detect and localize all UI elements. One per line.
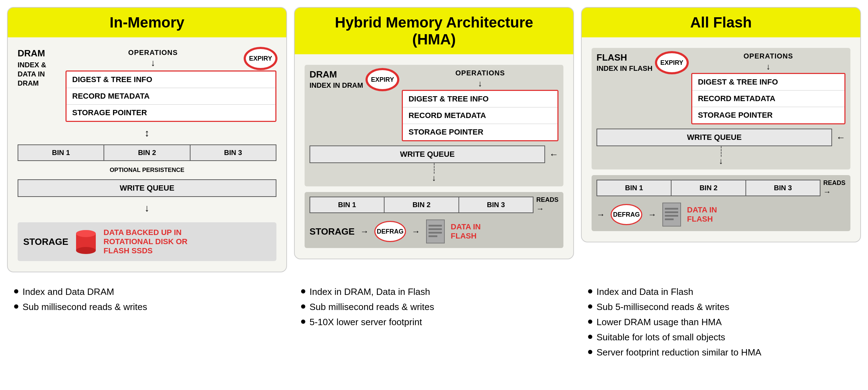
index-label-1: INDEX & DATA IN DRAM: [18, 60, 60, 88]
write-queue-hma: WRITE QUEUE: [310, 146, 545, 163]
svg-point-2: [76, 247, 96, 254]
expiry-oval-hma: EXPIRY: [367, 69, 398, 90]
bullet-dot-2-0: [301, 289, 305, 293]
card-title-hma: Hybrid Memory Architecture (HMA): [302, 14, 566, 48]
dashed-arrow-hma: [434, 163, 435, 174]
arrow-left-af: ←: [836, 132, 845, 143]
bullet-2-1: Sub millisecond reads & writes: [301, 302, 567, 312]
expiry-oval-af: EXPIRY: [656, 52, 688, 73]
card-title-all-flash: All Flash: [589, 14, 853, 31]
bullet-dot-3-4: [588, 350, 592, 354]
ops-label-af: OPERATIONS: [744, 52, 793, 60]
index-row-af-2: STORAGE POINTER: [692, 107, 844, 123]
solid-arrow-af: ↓: [597, 157, 845, 165]
index-box-af: DIGEST & TREE INFO RECORD METADATA STORA…: [691, 73, 845, 124]
bullet-text-2-1: Sub millisecond reads & writes: [310, 302, 434, 312]
bins-row-hma: BIN 1 BIN 2 BIN 3: [310, 197, 533, 213]
bullet-dot-1-0: [14, 289, 18, 293]
bin-1-3: BIN 3: [191, 145, 276, 160]
storage-red-text-1: DATA BACKED UP IN ROTATIONAL DISK OR FLA…: [104, 228, 187, 255]
storage-label-1: STORAGE: [23, 236, 68, 247]
bullets-row: Index and Data DRAM Sub millisecond read…: [7, 283, 861, 366]
bullet-text-2-2: 5-10X lower server footprint: [310, 317, 422, 328]
bullet-3-1: Sub 5-millisecond reads & writes: [588, 302, 854, 312]
bin-1-2: BIN 2: [104, 145, 190, 160]
bullet-1-1: Sub millisecond reads & writes: [14, 302, 280, 312]
bin-af-3: BIN 3: [746, 180, 820, 196]
index-label-af: INDEX IN FLASH: [597, 64, 652, 73]
bullet-text-3-0: Index and Data in Flash: [597, 286, 693, 297]
svg-rect-13: [665, 218, 674, 220]
card-hma: Hybrid Memory Architecture (HMA) DRAM IN…: [294, 7, 574, 259]
bullet-dot-3-0: [588, 289, 592, 293]
doc-icon-hma: [426, 219, 445, 244]
ops-label-hma: OPERATIONS: [455, 69, 505, 77]
defrag-oval-hma: DEFRAG: [374, 221, 406, 242]
optional-persistence-1: OPTIONAL PERSISTENCE: [18, 167, 276, 174]
bullet-3-0: Index and Data in Flash: [588, 286, 854, 297]
bullet-text-1-0: Index and Data DRAM: [23, 286, 114, 297]
arrow-right-storage-af: →: [597, 210, 605, 219]
svg-point-3: [76, 230, 96, 237]
defrag-oval-af: DEFRAG: [611, 204, 642, 225]
inner-storage-af: BIN 1 BIN 2 BIN 3 READS →: [592, 175, 850, 231]
bullet-text-3-1: Sub 5-millisecond reads & writes: [597, 302, 729, 312]
bullet-1-0: Index and Data DRAM: [14, 286, 280, 297]
card-title-in-memory: In-Memory: [15, 14, 279, 31]
bullets-col-1: Index and Data DRAM Sub millisecond read…: [7, 283, 287, 366]
main-container: In-Memory DRAM INDEX & DATA IN DRAM OPER…: [7, 7, 861, 366]
index-row-hma-0: DIGEST & TREE INFO: [403, 91, 557, 107]
card-header-in-memory: In-Memory: [8, 8, 286, 37]
write-queue-af: WRITE QUEUE: [597, 129, 832, 146]
bin-1-1: BIN 1: [18, 145, 104, 160]
arrow-right-defrag-af: →: [648, 210, 656, 219]
bullet-text-1-1: Sub millisecond reads & writes: [23, 302, 147, 312]
bullet-3-4: Server footprint reduction similar to HM…: [588, 347, 854, 358]
arrow-updown-1: ↕: [18, 128, 276, 139]
index-box-1: DIGEST & TREE INFO RECORD METADATA STORA…: [65, 70, 276, 122]
storage-label-hma: STORAGE: [310, 226, 355, 237]
bins-row-1: BIN 1 BIN 2 BIN 3: [18, 144, 276, 161]
card-in-memory: In-Memory DRAM INDEX & DATA IN DRAM OPER…: [7, 7, 287, 272]
card-body-all-flash: FLASH INDEX IN FLASH EXPIRY OPERATIONS: [582, 37, 860, 242]
storage-red-text-af: DATA IN FLASH: [687, 205, 717, 224]
index-row-1-1: RECORD METADATA: [67, 88, 275, 105]
card-all-flash: All Flash FLASH INDEX IN FLASH EXPIRY: [581, 7, 861, 242]
inner-dram-hma: DRAM INDEX IN DRAM EXPIRY OPERATIONS: [305, 65, 563, 186]
bullets-col-2: Index in DRAM, Data in Flash Sub millise…: [294, 283, 574, 366]
bullet-text-3-3: Suitable for lots of small objects: [597, 332, 725, 343]
bullet-dot-3-2: [588, 320, 592, 324]
bullet-text-3-4: Server footprint reduction similar to HM…: [597, 347, 761, 358]
storage-section-1: STORAGE DATA BACKED UP IN ROTATIONAL DIS…: [18, 222, 276, 261]
arrow-right-defrag-hma: →: [412, 227, 420, 236]
arrow-down-1: ↓: [18, 203, 276, 214]
bin-hma-2: BIN 2: [385, 197, 459, 212]
bin-af-2: BIN 2: [672, 180, 746, 196]
ops-label-1: OPERATIONS: [128, 49, 178, 57]
bullet-dot-1-1: [14, 304, 18, 309]
reads-arrow-hma: →: [536, 204, 544, 213]
solid-arrow-hma: ↓: [310, 174, 558, 182]
card-header-all-flash: All Flash: [582, 8, 860, 37]
svg-rect-5: [429, 225, 442, 227]
expiry-label-af: EXPIRY: [660, 59, 683, 67]
bullet-2-2: 5-10X lower server footprint: [301, 317, 567, 328]
svg-rect-9: [663, 203, 681, 226]
bullet-text-2-0: Index in DRAM, Data in Flash: [310, 286, 430, 297]
svg-rect-10: [665, 208, 678, 210]
bullet-dot-3-1: [588, 304, 592, 309]
svg-rect-8: [429, 235, 437, 237]
bullet-dot-3-3: [588, 335, 592, 339]
defrag-label-af: DEFRAG: [613, 211, 640, 218]
bullet-dot-2-2: [301, 320, 305, 324]
svg-rect-11: [665, 211, 678, 213]
card-body-in-memory: DRAM INDEX & DATA IN DRAM OPERATIONS ↓ E…: [8, 37, 286, 272]
svg-rect-4: [426, 220, 444, 243]
flash-label-af: FLASH: [597, 52, 652, 63]
inner-flash-af: FLASH INDEX IN FLASH EXPIRY OPERATIONS: [592, 48, 850, 169]
bullet-3-2: Lower DRAM usage than HMA: [588, 317, 854, 328]
bin-hma-3: BIN 3: [459, 197, 533, 212]
index-row-1-0: DIGEST & TREE INFO: [67, 72, 275, 88]
card-header-hma: Hybrid Memory Architecture (HMA): [295, 8, 573, 54]
bin-af-1: BIN 1: [597, 180, 672, 196]
